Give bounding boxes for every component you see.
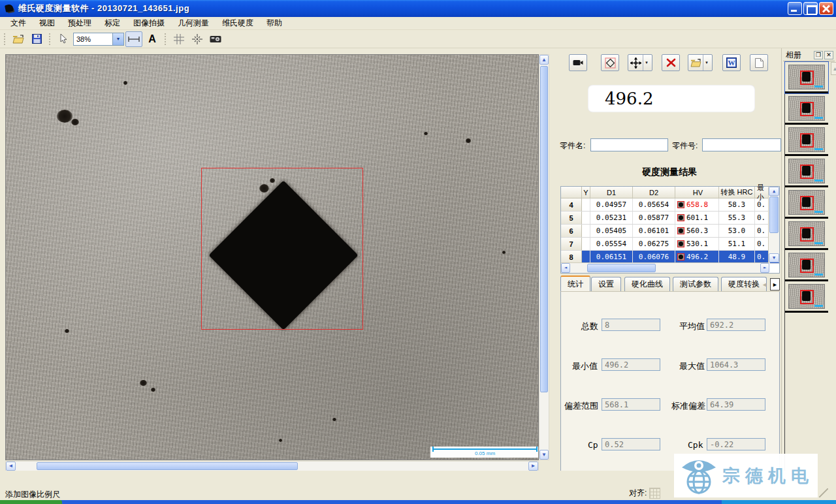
center-crosshair-button[interactable] xyxy=(189,31,206,47)
tab-hardening-curve[interactable]: 硬化曲线 xyxy=(624,277,670,291)
grid-overlay-button[interactable] xyxy=(170,31,187,47)
align-grid-icon[interactable] xyxy=(649,488,660,499)
taskbar-tray-edge xyxy=(722,500,836,504)
scroll-up-icon[interactable]: ▲ xyxy=(539,55,549,65)
album-thumbnail[interactable] xyxy=(785,125,828,156)
menu-help[interactable]: 帮助 xyxy=(260,16,289,30)
row-index: 5 xyxy=(561,212,582,224)
tab-test-parameters[interactable]: 测试参数 xyxy=(673,277,718,291)
scroll-up-icon[interactable]: ▲ xyxy=(769,187,779,196)
live-video-button[interactable] xyxy=(569,54,587,71)
table-row[interactable]: 7 0.05554 0.06275 530.1 51.1 0. xyxy=(561,238,779,251)
results-table-header: Y D1 D2 HV 转换 HRC 最小 xyxy=(561,187,779,198)
resize-grip[interactable] xyxy=(819,488,828,497)
album-thumbnail[interactable] xyxy=(785,187,828,219)
dropdown-arrow-icon[interactable]: ▼ xyxy=(643,55,650,71)
export-open-button[interactable]: ▼ xyxy=(688,54,713,71)
menu-image-capture[interactable]: 图像拍摄 xyxy=(127,16,171,30)
menu-preprocess[interactable]: 预处理 xyxy=(61,16,98,30)
scalebar-tool-button[interactable] xyxy=(125,31,142,47)
album-thumbnail[interactable] xyxy=(785,62,828,93)
album-thumbnail[interactable] xyxy=(785,93,828,125)
text-annotation-button[interactable]: A xyxy=(144,31,161,47)
album-thumbnail[interactable] xyxy=(785,281,828,313)
album-scroll-up-icon[interactable]: ▲ xyxy=(831,62,836,75)
table-vscroll-thumb[interactable] xyxy=(769,197,779,233)
viewer-horizontal-scrollbar[interactable]: ◄ ► xyxy=(5,461,539,471)
scroll-down-icon[interactable]: ▼ xyxy=(769,253,779,262)
table-horizontal-scrollbar[interactable]: ◄ ► xyxy=(561,262,769,273)
select-indentation-button[interactable] xyxy=(601,54,619,71)
maximize-button[interactable] xyxy=(803,2,818,15)
scroll-right-icon[interactable]: ► xyxy=(528,462,538,471)
viewer-hscroll-thumb[interactable] xyxy=(37,462,298,470)
stddev-label: 标准偏差 xyxy=(671,400,705,412)
new-document-button[interactable] xyxy=(750,54,768,71)
auto-measure-button[interactable]: ▼ xyxy=(628,54,652,71)
row-index: 4 xyxy=(561,198,582,211)
menu-bar: 文件 视图 预处理 标定 图像拍摄 几何测量 维氏硬度 帮助 xyxy=(0,17,836,30)
zoom-level-combobox[interactable]: 38% ▼ xyxy=(73,33,124,46)
toolbar-grip xyxy=(3,33,7,46)
menu-file[interactable]: 文件 xyxy=(4,16,33,30)
tab-statistics[interactable]: 统计 xyxy=(560,276,590,291)
cell-y xyxy=(582,251,590,263)
tab-settings[interactable]: 设置 xyxy=(591,277,621,291)
cell-d1: 0.05405 xyxy=(590,225,633,237)
viewer-vertical-scrollbar[interactable]: ▲ ▼ xyxy=(539,54,549,460)
main-toolbar: 38% ▼ A xyxy=(0,30,836,48)
dropdown-arrow-icon[interactable]: ▼ xyxy=(703,55,710,71)
micrograph-viewport[interactable]: 0.05 mm xyxy=(5,54,539,460)
menu-vickers-hardness[interactable]: 维氏硬度 xyxy=(216,16,260,30)
scroll-left-icon[interactable]: ◄ xyxy=(561,263,570,273)
indentation-thumb-icon xyxy=(677,253,684,260)
min-label: 最小值 xyxy=(572,360,598,372)
table-row[interactable]: 5 0.05231 0.05877 601.1 55.3 0. xyxy=(561,212,779,225)
stddev-field xyxy=(707,398,765,411)
range-field xyxy=(602,398,660,411)
menu-geometry-measure[interactable]: 几何测量 xyxy=(171,16,216,30)
results-table[interactable]: Y D1 D2 HV 转换 HRC 最小 4 0.04957 0.05654 6… xyxy=(560,186,780,274)
table-row[interactable]: 6 0.05405 0.06101 560.3 53.0 0. xyxy=(561,225,779,238)
scroll-left-icon[interactable]: ◄ xyxy=(6,462,16,471)
table-row[interactable]: 4 0.04957 0.05654 658.8 58.3 0. xyxy=(561,198,779,212)
scroll-right-icon[interactable]: ► xyxy=(760,263,769,273)
grid-icon xyxy=(174,34,184,44)
measurement-roi-box[interactable] xyxy=(201,168,363,330)
open-folder-icon xyxy=(690,59,701,67)
open-file-button[interactable] xyxy=(10,31,27,47)
scale-bar-label: 0.05 mm xyxy=(430,450,539,456)
table-vertical-scrollbar[interactable]: ▲ ▼ xyxy=(768,187,779,262)
close-button[interactable] xyxy=(819,2,833,15)
delete-measurement-button[interactable] xyxy=(662,54,680,71)
taskbar-start-edge xyxy=(0,500,62,504)
viewer-vscroll-thumb[interactable] xyxy=(540,66,548,392)
minimize-button[interactable] xyxy=(788,2,802,15)
album-thumbnail[interactable] xyxy=(785,156,828,187)
svg-text:W: W xyxy=(728,59,735,67)
menu-view[interactable]: 视图 xyxy=(33,16,61,30)
capture-camera-button[interactable] xyxy=(207,31,224,47)
part-no-input[interactable] xyxy=(702,138,781,151)
cell-hv: 601.1 xyxy=(675,212,719,224)
table-row-selected[interactable]: 8 0.06151 0.06076 496.2 48.9 0. xyxy=(561,251,779,264)
scroll-down-icon[interactable]: ▼ xyxy=(539,450,549,460)
thumb-scale-bar xyxy=(814,117,823,119)
save-button[interactable] xyxy=(28,31,45,47)
part-name-input[interactable] xyxy=(590,138,668,151)
album-close-icon[interactable]: ✕ xyxy=(824,51,833,59)
table-hscroll-thumb[interactable] xyxy=(587,264,656,272)
select-cursor-button[interactable] xyxy=(55,31,72,47)
float-window-icon[interactable]: ❐ xyxy=(814,51,823,59)
row-index: 8 xyxy=(561,251,582,263)
menu-calibration[interactable]: 标定 xyxy=(98,16,127,30)
cell-y xyxy=(582,198,590,211)
tab-next-icon[interactable]: ► xyxy=(770,278,780,291)
open-folder-icon xyxy=(12,35,24,44)
total-count-field xyxy=(602,319,660,331)
export-word-button[interactable]: W xyxy=(722,54,741,71)
combo-dropdown-icon[interactable]: ▼ xyxy=(112,33,123,45)
album-thumbnail[interactable] xyxy=(785,219,828,250)
album-thumbnail[interactable] xyxy=(785,250,828,281)
cp-label: Cp xyxy=(588,440,598,450)
